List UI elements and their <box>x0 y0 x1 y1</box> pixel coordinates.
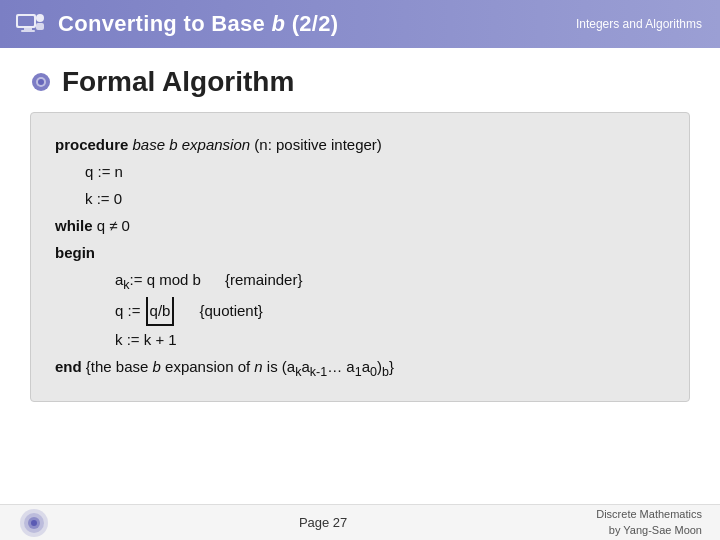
header-logo <box>12 6 48 42</box>
footer-logo-area <box>18 507 50 539</box>
code-k-assign: k := 0 <box>55 185 665 212</box>
end-a1: a1 <box>346 358 361 375</box>
begin-keyword: begin <box>55 239 95 266</box>
university-logo-icon <box>18 507 50 539</box>
code-q-floor-line: q := q/b {quotient} <box>55 297 665 326</box>
ak-comment: {remainder} <box>225 266 303 293</box>
proc-params: (n: positive integer) <box>254 131 382 158</box>
svg-point-4 <box>36 14 44 22</box>
code-ak-line: ak := q mod b {remainder} <box>55 266 665 297</box>
code-box: procedure base b expansion (n: positive … <box>30 112 690 402</box>
end-ak-k: ak <box>287 358 302 375</box>
floor-notation: q/b <box>146 297 175 326</box>
k-incr-text: k := k + 1 <box>115 326 177 353</box>
end-keyword: end <box>55 353 82 380</box>
code-procedure-line: procedure base b expansion (n: positive … <box>55 131 665 158</box>
formal-algorithm-row: Formal Algorithm <box>30 66 690 98</box>
code-q-assign: q := n <box>55 158 665 185</box>
k-assign-text: k := 0 <box>85 185 122 212</box>
proc-name: base b expansion <box>133 131 251 158</box>
end-text: {the base b expansion of n is (akak-1… a… <box>86 353 394 384</box>
neq-symbol: ≠ <box>109 212 117 239</box>
footer-credit: Discrete Mathematics by Yang-Sae Moon <box>596 507 702 538</box>
code-end-line: end {the base b expansion of n is (akak-… <box>55 353 665 384</box>
svg-rect-5 <box>36 23 44 30</box>
code-k-incr: k := k + 1 <box>55 326 665 353</box>
while-zero: 0 <box>122 212 130 239</box>
header-bar: Converting to Base b (2/2) Integers and … <box>0 0 720 48</box>
while-keyword: while <box>55 212 93 239</box>
end-ak-km1: ak-1 <box>301 358 327 375</box>
svg-rect-2 <box>24 28 32 30</box>
ak-left: ak <box>115 266 130 297</box>
while-cond: q <box>97 212 105 239</box>
bullet-icon <box>30 71 52 93</box>
header-subtitle: Integers and Algorithms <box>576 17 702 31</box>
code-begin: begin <box>55 239 665 266</box>
header-title: Converting to Base b (2/2) <box>58 11 338 37</box>
main-content: Formal Algorithm procedure base b expans… <box>0 48 720 412</box>
ak-right: := q mod b <box>130 266 201 293</box>
page-number: Page 27 <box>299 515 347 530</box>
svg-rect-3 <box>21 30 35 32</box>
footer: Page 27 Discrete Mathematics by Yang-Sae… <box>0 504 720 540</box>
q-assign-text: q := n <box>85 158 123 185</box>
q-floor-comment: {quotient} <box>199 297 262 324</box>
svg-point-8 <box>38 79 44 85</box>
formal-algorithm-title: Formal Algorithm <box>62 66 294 98</box>
end-a0: a0 <box>362 358 377 375</box>
q-floor-left: q := <box>115 297 140 324</box>
svg-rect-1 <box>18 16 34 26</box>
code-while-line: while q ≠ 0 <box>55 212 665 239</box>
procedure-keyword: procedure <box>55 131 128 158</box>
svg-point-12 <box>31 520 37 526</box>
